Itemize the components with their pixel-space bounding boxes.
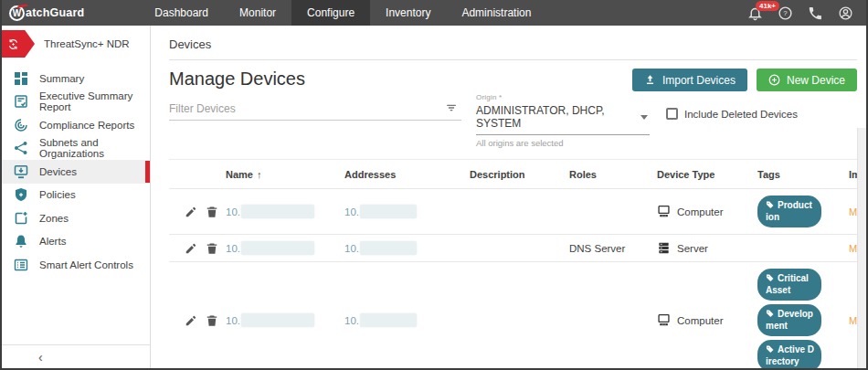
notifications-bell-icon[interactable]: 41k+ xyxy=(747,5,763,21)
policies-icon xyxy=(14,187,28,202)
device-address: 10. xyxy=(344,313,470,327)
account-icon[interactable] xyxy=(838,5,853,21)
device-address: 10. xyxy=(344,241,470,255)
alerts-icon xyxy=(14,234,28,248)
sidebar-item-label: Subnets and Organizations xyxy=(39,137,150,159)
redacted-name-value xyxy=(241,313,314,327)
watchguard-logo-text: atchGuard xyxy=(26,6,84,19)
devices-icon xyxy=(14,164,28,179)
nav-item-administration[interactable]: Administration xyxy=(446,0,546,26)
devices-table-body: 10.10.ComputerProductionMedium10.10.DNS … xyxy=(169,189,866,368)
product-name: ThreatSync+ NDR xyxy=(44,38,130,49)
edit-device-button[interactable] xyxy=(185,242,197,255)
sidebar-item-compliance-reports[interactable]: Compliance Reports xyxy=(2,113,150,137)
sidebar-item-label: Devices xyxy=(39,166,77,177)
sidebar-item-subnets-and-organizations[interactable]: Subnets and Organizations xyxy=(2,137,150,161)
column-header-device-type[interactable]: Device Type xyxy=(657,169,757,180)
vertical-scrollbar[interactable] xyxy=(857,128,866,368)
column-header-description[interactable]: Description xyxy=(470,169,569,180)
summary-grid-icon xyxy=(14,71,28,86)
sidebar-item-summary[interactable]: Summary xyxy=(2,67,150,90)
row-actions xyxy=(169,314,226,327)
tag-icon xyxy=(766,309,778,319)
top-nav-items: DashboardMonitorConfigureInventoryAdmini… xyxy=(139,0,546,26)
delete-device-button[interactable] xyxy=(206,314,218,327)
threatsync-sync-icon xyxy=(2,30,35,58)
tag-icon xyxy=(766,273,778,283)
sidebar-item-alerts[interactable]: Alerts xyxy=(2,230,150,254)
tag-icon xyxy=(766,344,778,354)
nav-item-configure[interactable]: Configure xyxy=(291,0,370,26)
tag-pill: Active Directory xyxy=(757,340,821,368)
row-actions xyxy=(169,206,226,218)
report-icon xyxy=(14,94,28,109)
device-table-row: 10.10.DNS ServerServerMedium xyxy=(169,235,866,262)
help-icon[interactable]: ? xyxy=(778,5,793,21)
include-deleted-checkbox[interactable] xyxy=(666,108,678,120)
sidebar-item-smart-alert-controls[interactable]: Smart Alert Controls xyxy=(2,253,150,277)
filter-devices-field xyxy=(169,93,461,121)
tag-pill: Critical Asset xyxy=(757,269,821,301)
column-header-roles[interactable]: Roles xyxy=(569,169,657,180)
computer-icon xyxy=(657,205,671,218)
include-deleted-devices-control[interactable]: Include Deleted Devices xyxy=(666,108,798,120)
device-name-link[interactable]: 10. xyxy=(226,205,344,218)
sidebar-item-label: Smart Alert Controls xyxy=(39,259,133,270)
edit-device-button[interactable] xyxy=(185,206,197,218)
device-tags: Production xyxy=(757,189,849,234)
sidebar-item-devices[interactable]: Devices xyxy=(2,160,150,184)
top-nav: W atchGuard DashboardMonitorConfigureInv… xyxy=(2,0,866,26)
import-devices-button[interactable]: Import Devices xyxy=(632,69,747,91)
tag-pill: Development xyxy=(757,304,821,336)
svg-text:?: ? xyxy=(783,9,788,17)
redacted-name-value xyxy=(241,241,314,255)
product-header: ThreatSync+ NDR xyxy=(2,30,150,58)
watchguard-logo: W atchGuard xyxy=(9,5,84,21)
sidebar-item-label: Policies xyxy=(39,189,76,200)
device-address: 10. xyxy=(344,205,470,218)
server-icon xyxy=(657,241,671,255)
chevron-down-icon xyxy=(640,115,648,120)
device-name-link[interactable]: 10. xyxy=(226,241,344,255)
column-header-tags[interactable]: Tags xyxy=(757,169,849,180)
sidebar-item-label: Compliance Reports xyxy=(39,120,134,131)
edit-device-button[interactable] xyxy=(185,314,197,327)
devices-table: Name↑AddressesDescriptionRolesDevice Typ… xyxy=(169,159,866,368)
delete-device-button[interactable] xyxy=(206,206,218,218)
sidebar-item-zones[interactable]: Zones xyxy=(2,206,150,230)
watchguard-logo-circle: W xyxy=(9,5,25,21)
top-nav-utilities: 41k+ ? xyxy=(747,5,853,21)
notifications-badge: 41k+ xyxy=(756,1,779,12)
sidebar-item-label: Alerts xyxy=(39,236,66,247)
sort-ascending-icon: ↑ xyxy=(257,169,262,180)
sidebar-item-executive-summary-report[interactable]: Executive Summary Report xyxy=(2,90,150,114)
filter-icon[interactable] xyxy=(445,101,458,114)
app-window: W atchGuard DashboardMonitorConfigureInv… xyxy=(0,0,868,370)
zones-icon xyxy=(14,211,28,226)
device-roles: DNS Server xyxy=(569,243,657,254)
device-name-link[interactable]: 10. xyxy=(226,313,344,327)
phone-support-icon[interactable] xyxy=(808,5,823,21)
sidebar-item-label: Executive Summary Report xyxy=(39,90,150,112)
sidebar-item-label: Zones xyxy=(39,213,69,224)
origin-dropdown[interactable]: ADMINISTRATOR, DHCP, SYSTEM xyxy=(476,101,650,135)
sidebar-collapse-button[interactable]: ‹ xyxy=(2,344,150,368)
column-header-name[interactable]: Name↑ xyxy=(226,169,344,180)
sidebar-item-policies[interactable]: Policies xyxy=(2,184,150,207)
nav-item-inventory[interactable]: Inventory xyxy=(370,0,446,26)
redacted-address-value xyxy=(360,313,417,327)
nav-item-monitor[interactable]: Monitor xyxy=(224,0,291,26)
sidebar-items: SummaryExecutive Summary ReportComplianc… xyxy=(2,67,150,344)
device-table-row: 10.10.ComputerProductionMedium xyxy=(169,189,866,235)
delete-device-button[interactable] xyxy=(206,242,218,255)
upload-icon xyxy=(644,74,656,86)
devices-table-header: Name↑AddressesDescriptionRolesDevice Typ… xyxy=(169,160,866,189)
filter-devices-input[interactable] xyxy=(169,102,434,120)
redacted-address-value xyxy=(360,241,417,255)
main-content: Devices Manage Devices Import Devices xyxy=(151,26,866,368)
new-device-button[interactable]: New Device xyxy=(757,69,857,91)
column-header-addresses[interactable]: Addresses xyxy=(344,169,470,180)
nav-item-dashboard[interactable]: Dashboard xyxy=(139,0,224,26)
origin-select: Origin * ADMINISTRATOR, DHCP, SYSTEM All… xyxy=(476,93,650,148)
device-type: Computer xyxy=(657,313,757,327)
